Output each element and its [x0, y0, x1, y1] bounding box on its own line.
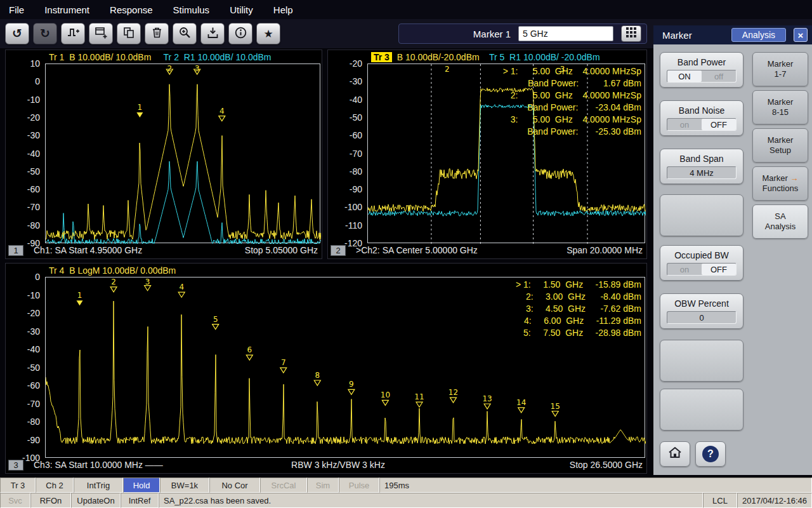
marker-readout-line: > 1: 1.50 GHz -15.89 dBm: [516, 279, 641, 291]
menu-item-help[interactable]: Help: [273, 4, 293, 15]
marker-value-input[interactable]: [518, 26, 613, 41]
new-window-button[interactable]: [89, 23, 113, 44]
status-inttrig[interactable]: IntTrig: [74, 478, 123, 493]
toolbar-buttons: ↺↻★: [5, 23, 284, 44]
marker-glyph[interactable]: [450, 398, 457, 403]
y-tick-label: -60: [350, 130, 362, 140]
status-no-cor[interactable]: No Cor: [209, 478, 260, 493]
menu-item-file[interactable]: File: [9, 4, 24, 15]
footer-left: Ch3: SA Start 10.0000 MHz ——: [34, 460, 163, 470]
marker-glyph[interactable]: [518, 408, 525, 413]
help-icon: ?: [702, 446, 719, 462]
softkey-blank-3-button[interactable]: [660, 194, 743, 236]
keypad-button[interactable]: [621, 25, 641, 42]
marker-number: 14: [516, 398, 526, 407]
pulse-setup-button[interactable]: [61, 23, 85, 44]
band-power-on-segment[interactable]: ON: [667, 70, 702, 82]
softkey-blank-7-button[interactable]: [660, 389, 743, 431]
softkey-band-noise-button[interactable]: Band NoiseonOFF: [660, 100, 743, 136]
band-noise-off-segment[interactable]: OFF: [702, 119, 736, 130]
marker-glyph[interactable]: [314, 380, 320, 385]
band-power-off-segment[interactable]: off: [702, 70, 736, 82]
copy-channel-button[interactable]: [117, 23, 141, 44]
status-bar-2: SvcRFOnUpdateOnIntRefSA_p22.csa has been…: [0, 493, 812, 508]
status-ch-2[interactable]: Ch 2: [36, 478, 74, 493]
status-bw-1k[interactable]: BW=1k: [160, 478, 209, 493]
softkey-label: Band Noise: [660, 105, 743, 116]
y-tick-label: -30: [350, 76, 362, 86]
marker-glyph[interactable]: [213, 324, 219, 330]
marker-number: 5: [213, 315, 218, 324]
marker-glyph[interactable]: [416, 402, 422, 407]
info-button[interactable]: [228, 23, 252, 44]
pulse-setup-icon: [67, 26, 80, 42]
marker-glyph[interactable]: [484, 404, 490, 409]
redo-button[interactable]: ↻: [33, 23, 57, 44]
save-button[interactable]: [200, 23, 225, 44]
menu-item-stimulus[interactable]: Stimulus: [173, 4, 210, 15]
footer-right: Span 20.0000 MHz: [566, 245, 643, 255]
tab-marker-setup[interactable]: MarkerSetup: [752, 128, 808, 163]
marker-glyph[interactable]: [110, 287, 117, 292]
status-updateon[interactable]: UpdateOn: [71, 493, 121, 508]
marker-glyph[interactable]: [178, 292, 185, 297]
status-tr-3[interactable]: Tr 3: [0, 478, 36, 493]
status-hold[interactable]: Hold: [123, 478, 160, 493]
marker-readout-line: 2: 3.00 GHz -8.40 dBm: [516, 291, 641, 303]
status-intref[interactable]: IntRef: [121, 493, 159, 508]
delete-button[interactable]: [145, 23, 169, 44]
y-tick-label: -50: [27, 166, 40, 177]
home-button[interactable]: [660, 441, 690, 467]
undo-button[interactable]: ↺: [5, 23, 29, 44]
close-icon[interactable]: ×: [794, 28, 808, 42]
occupied-bw-on-segment[interactable]: on: [667, 264, 702, 275]
y-tick-label: 0: [35, 272, 40, 282]
y-tick-label: -80: [27, 417, 40, 427]
softkey-obw-percent-button[interactable]: OBW Percent0: [660, 293, 743, 329]
plot-region: Tr 1 B 10.00dB/ 10.0dBm Tr 2 R1 10.00dB/…: [0, 48, 653, 478]
softkey-occupied-bw-button[interactable]: Occupied BWonOFF: [660, 245, 743, 281]
occupied-bw-off-segment[interactable]: OFF: [702, 264, 736, 275]
tab-label-line2: 1-7: [753, 69, 808, 79]
menu-item-instrument[interactable]: Instrument: [44, 4, 89, 15]
tab-label-line2: Setup: [753, 145, 808, 156]
softkey-blank-6-button[interactable]: [660, 340, 743, 382]
sidebar-tab-analysis[interactable]: Analysis: [731, 28, 786, 42]
softkey-band-span-button[interactable]: Band Span4 MHz: [660, 149, 743, 184]
menu-item-response[interactable]: Response: [110, 4, 153, 15]
zoom-button[interactable]: [173, 23, 197, 44]
tab-marker-1-7[interactable]: Marker1-7: [752, 52, 808, 86]
favorite-button[interactable]: ★: [256, 23, 280, 44]
marker-glyph[interactable]: [136, 112, 143, 117]
marker-glyph[interactable]: [280, 368, 287, 373]
status-rfon[interactable]: RFOn: [30, 493, 71, 508]
status-sim[interactable]: Sim: [307, 478, 339, 493]
marker-readout-line: Band Power: -23.04 dBm: [503, 102, 641, 114]
new-window-icon: [95, 26, 108, 42]
tab-label-line1: Marker: [753, 59, 808, 69]
status-srccal[interactable]: SrcCal: [260, 478, 307, 493]
status-svc[interactable]: Svc: [0, 493, 30, 508]
help-button[interactable]: ?: [695, 441, 726, 467]
plot-area[interactable]: > 1: 5.00 GHz 4.0000 MHzSpBand Power: 1.…: [367, 64, 645, 243]
plot-area[interactable]: 1234: [45, 64, 320, 243]
y-tick-label: 0: [35, 76, 40, 86]
marker-glyph[interactable]: [246, 355, 252, 360]
tab-marker-8-15[interactable]: Marker8-15: [752, 90, 808, 124]
status-pulse[interactable]: Pulse: [339, 478, 379, 493]
softkey-band-power-button[interactable]: Band PowerONoff: [660, 52, 743, 88]
menu-item-utility[interactable]: Utility: [230, 4, 253, 15]
sidebar-header: Marker Analysis ×: [653, 25, 812, 44]
band-noise-on-segment[interactable]: on: [667, 119, 702, 130]
plot-area[interactable]: > 1: 1.50 GHz -15.89 dBm2: 3.00 GHz -8.4…: [45, 277, 645, 458]
marker-glyph[interactable]: [552, 411, 558, 417]
marker-glyph[interactable]: [382, 400, 388, 405]
marker-glyph[interactable]: [348, 389, 355, 394]
marker-glyph[interactable]: [219, 116, 225, 121]
sidebar-tab-marker[interactable]: Marker: [662, 30, 731, 41]
tab-marker-functions[interactable]: Marker →Functions: [752, 166, 808, 201]
marker-glyph[interactable]: [77, 300, 83, 305]
plot-canvas[interactable]: 1234: [46, 64, 321, 244]
tab-sa-analysis[interactable]: SAAnalysis: [752, 204, 808, 239]
trace-title: Tr 3: [371, 52, 392, 62]
